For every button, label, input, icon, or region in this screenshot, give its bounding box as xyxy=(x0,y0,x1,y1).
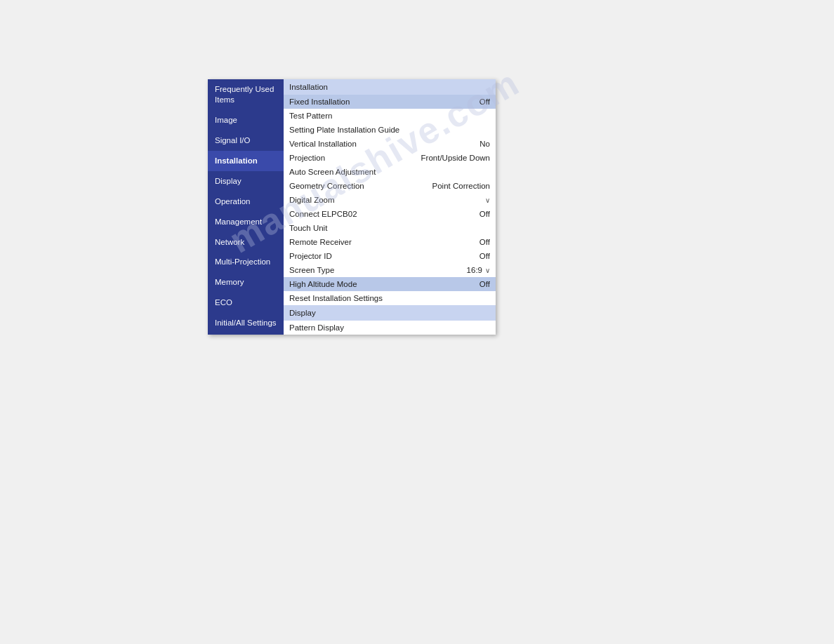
section-header-installation-section: Installation xyxy=(284,79,496,95)
row-label-setting-plate-installation-guide: Setting Plate Installation Guide xyxy=(289,126,399,134)
chevron-icon-digital-zoom: ∨ xyxy=(485,196,490,204)
row-label-fixed-installation: Fixed Installation xyxy=(289,98,350,106)
sidebar-item-initial-all-settings[interactable]: Initial/All Settings xyxy=(208,313,284,333)
sidebar: Frequently Used ItemsImageSignal I/OInst… xyxy=(208,79,284,335)
row-value-projector-id: Off xyxy=(479,252,490,260)
main-content: InstallationFixed InstallationOffTest Pa… xyxy=(284,79,496,335)
row-value-projection: Front/Upside Down xyxy=(421,154,490,162)
menu-row-vertical-installation[interactable]: Vertical InstallationNo xyxy=(284,137,496,151)
menu-row-test-pattern[interactable]: Test Pattern xyxy=(284,109,496,123)
row-label-geometry-correction: Geometry Correction xyxy=(289,182,364,190)
row-label-auto-screen-adjustment: Auto Screen Adjustment xyxy=(289,168,376,176)
row-label-connect-elpcb02: Connect ELPCB02 xyxy=(289,210,357,218)
row-value-connect-elpcb02: Off xyxy=(479,210,490,218)
menu-row-reset-installation-settings[interactable]: Reset Installation Settings xyxy=(284,291,496,305)
row-value-remote-receiver: Off xyxy=(479,238,490,246)
row-value-high-altitude-mode: Off xyxy=(479,280,490,288)
menu-row-auto-screen-adjustment[interactable]: Auto Screen Adjustment xyxy=(284,165,496,179)
row-label-remote-receiver: Remote Receiver xyxy=(289,238,352,246)
row-label-screen-type: Screen Type xyxy=(289,266,334,274)
sidebar-item-installation[interactable]: Installation xyxy=(208,151,284,171)
chevron-icon-screen-type: ∨ xyxy=(485,267,490,274)
menu-row-high-altitude-mode[interactable]: High Altitude ModeOff xyxy=(284,277,496,291)
row-value-geometry-correction: Point Correction xyxy=(432,182,490,190)
sidebar-item-frequently-used-items[interactable]: Frequently Used Items xyxy=(208,79,284,110)
menu-row-pattern-display[interactable]: Pattern Display xyxy=(284,321,496,335)
menu-row-digital-zoom[interactable]: Digital Zoom∨ xyxy=(284,193,496,207)
row-label-test-pattern: Test Pattern xyxy=(289,112,332,120)
menu-row-setting-plate-installation-guide[interactable]: Setting Plate Installation Guide xyxy=(284,123,496,137)
menu-row-connect-elpcb02[interactable]: Connect ELPCB02Off xyxy=(284,207,496,221)
row-label-digital-zoom: Digital Zoom xyxy=(289,196,335,204)
menu-row-projection[interactable]: ProjectionFront/Upside Down xyxy=(284,151,496,165)
row-value-digital-zoom: ∨ xyxy=(485,196,490,204)
row-value-fixed-installation: Off xyxy=(479,98,490,106)
menu-row-projector-id[interactable]: Projector IDOff xyxy=(284,249,496,263)
sidebar-item-memory[interactable]: Memory xyxy=(208,272,284,293)
row-label-pattern-display: Pattern Display xyxy=(289,323,344,332)
row-label-high-altitude-mode: High Altitude Mode xyxy=(289,280,357,288)
menu-row-fixed-installation[interactable]: Fixed InstallationOff xyxy=(284,95,496,109)
row-value-screen-type: 16:9∨ xyxy=(467,266,490,274)
menu-row-geometry-correction[interactable]: Geometry CorrectionPoint Correction xyxy=(284,179,496,193)
section-header-display-section: Display xyxy=(284,305,496,321)
menu-row-remote-receiver[interactable]: Remote ReceiverOff xyxy=(284,235,496,249)
sidebar-item-eco[interactable]: ECO xyxy=(208,293,284,313)
menu-row-touch-unit[interactable]: Touch Unit xyxy=(284,221,496,235)
row-label-reset-installation-settings: Reset Installation Settings xyxy=(289,294,383,302)
row-label-vertical-installation: Vertical Installation xyxy=(289,140,357,148)
row-value-vertical-installation: No xyxy=(479,140,490,148)
sidebar-item-operation[interactable]: Operation xyxy=(208,192,284,212)
row-label-projector-id: Projector ID xyxy=(289,252,332,260)
sidebar-item-display[interactable]: Display xyxy=(208,171,284,192)
main-ui-container: Frequently Used ItemsImageSignal I/OInst… xyxy=(208,79,496,335)
sidebar-item-multi-projection[interactable]: Multi-Projection xyxy=(208,252,284,272)
menu-row-screen-type[interactable]: Screen Type16:9∨ xyxy=(284,263,496,277)
sidebar-item-management[interactable]: Management xyxy=(208,212,284,232)
sidebar-item-image[interactable]: Image xyxy=(208,110,284,130)
sidebar-item-signal-io[interactable]: Signal I/O xyxy=(208,130,284,151)
row-label-touch-unit: Touch Unit xyxy=(289,224,327,232)
sidebar-item-network[interactable]: Network xyxy=(208,232,284,253)
row-label-projection: Projection xyxy=(289,154,325,162)
